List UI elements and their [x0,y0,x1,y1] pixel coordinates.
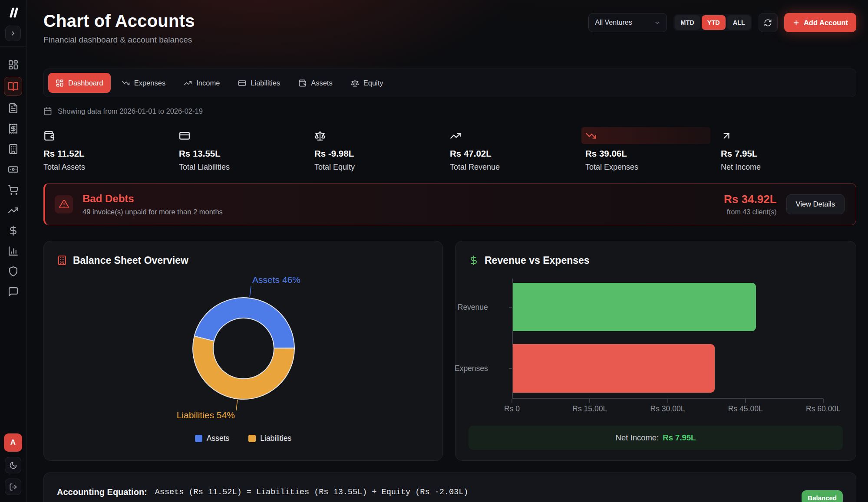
x-tick-mark [512,399,512,403]
refresh-button[interactable] [759,13,778,32]
sidebar-item-payments[interactable] [4,161,22,177]
trending-up-icon [184,79,192,87]
stat-total-expenses: Rs 39.06L Total Expenses [585,128,721,172]
trending-up-icon [450,130,461,141]
dashboard-grid-icon [56,79,64,87]
revenue-expenses-bar-chart: RevenueExpenses Rs 0Rs 15.00LRs 30.00LRs… [469,279,843,416]
trending-down-icon [122,79,130,87]
y-tick-mark [509,307,513,308]
stat-total-revenue: Rs 47.02L Total Revenue [450,128,585,172]
refresh-icon [764,19,772,27]
net-income-value: Rs 7.95L [663,433,696,443]
legend-item-assets[interactable]: Assets [195,434,230,443]
tab-income[interactable]: Income [176,73,227,93]
panel-title: Balance Sheet Overview [73,255,188,266]
sidebar-item-receipts[interactable] [4,120,22,137]
accounting-equation-bar: Accounting Equation: Assets (Rs 11.52L) … [43,472,856,502]
theme-toggle-button[interactable] [5,457,21,473]
stat-value: Rs -9.98L [314,148,450,159]
legend-swatch [195,435,202,442]
period-button-all[interactable]: ALL [727,15,751,30]
venture-filter-select[interactable]: All Ventures [588,13,667,32]
bad-debts-title: Bad Debts [83,193,223,205]
bar-revenue[interactable] [513,283,756,331]
sidebar-nav [4,56,22,300]
stats-row: Rs 11.52L Total Assets Rs 13.55L Total L… [43,128,856,172]
file-text-icon [8,103,19,114]
tab-assets[interactable]: Assets [291,73,340,93]
bad-debts-description: 49 invoice(s) unpaid for more than 2 mon… [83,208,223,216]
charts-row: Balance Sheet Overview Assets 46%Liabili… [43,241,856,461]
stat-label: Total Equity [314,163,450,172]
plus-icon [792,19,800,26]
sidebar: A [0,0,26,502]
sidebar-item-security[interactable] [4,263,22,279]
view-details-button[interactable]: View Details [786,194,845,214]
sidebar-expand-button[interactable] [5,26,21,41]
bad-debts-alert: Bad Debts 49 invoice(s) unpaid for more … [43,183,856,225]
sidebar-item-messages[interactable] [4,283,22,300]
user-avatar[interactable]: A [4,433,22,452]
building-icon [57,255,67,266]
legend-swatch [248,435,256,442]
legend-label: Liabilities [260,434,291,443]
x-tick-label: Rs 45.00L [728,404,763,413]
sidebar-item-purchases[interactable] [4,181,22,198]
sidebar-bottom: A [4,433,22,495]
chevron-down-icon [654,20,660,26]
tab-dashboard[interactable]: Dashboard [48,73,111,93]
stat-label: Net Income [721,163,856,172]
stat-value: Rs 11.52L [43,148,179,159]
sidebar-item-documents[interactable] [4,100,22,116]
trending-down-icon [585,130,597,141]
tab-equity[interactable]: Equity [343,73,391,93]
message-square-icon [8,286,19,297]
sidebar-item-reports[interactable] [4,243,22,259]
donut-slice-label: Assets 46% [252,275,300,285]
stat-label: Total Expenses [585,163,721,172]
wallet-icon [298,79,307,87]
sidebar-item-income[interactable] [4,202,22,218]
receipt-dollar-icon [8,123,19,134]
period-button-mtd[interactable]: MTD [675,15,700,30]
page-subtitle: Financial dashboard & account balances [43,35,195,45]
bad-debts-amount: Rs 34.92L [724,193,776,206]
sidebar-item-ventures[interactable] [4,141,22,157]
x-tick-mark [667,399,668,403]
net-income-label: Net Income: [616,433,659,443]
credit-card-icon [179,130,190,141]
stat-value: Rs 13.55L [179,148,314,159]
bar-expenses[interactable] [513,344,715,393]
trending-up-icon [8,205,19,216]
x-tick-mark [589,399,590,403]
sidebar-item-dashboard[interactable] [4,56,22,73]
period-toggle-group: MTD YTD ALL [673,14,752,31]
sidebar-item-finance[interactable] [4,222,22,239]
sidebar-item-chart-of-accounts[interactable] [4,77,22,96]
legend-item-liabilities[interactable]: Liabilities [248,434,291,443]
main-content: Chart of Accounts Financial dashboard & … [26,0,868,502]
tab-liabilities[interactable]: Liabilities [231,73,287,93]
bad-debts-source: from 43 client(s) [724,208,776,216]
dashboard-grid-icon [8,59,19,70]
shopping-cart-icon [8,184,19,195]
period-button-ytd[interactable]: YTD [702,15,726,30]
building-icon [8,144,19,154]
balanced-badge: Balanced [802,490,843,502]
donut-leader-line [250,286,251,297]
logout-icon [9,483,17,491]
logout-button[interactable] [5,479,21,495]
donut-legend: AssetsLiabilities [57,434,429,443]
balance-sheet-donut-chart: Assets 46%Liabilities 54% [57,276,430,429]
tab-expenses[interactable]: Expenses [114,73,173,93]
add-account-button[interactable]: Add Account [784,13,856,32]
stat-total-equity: Rs -9.98L Total Equity [314,128,450,172]
venture-filter-value: All Ventures [595,19,632,26]
stat-net-income: Rs 7.95L Net Income [721,128,856,172]
balance-sheet-panel: Balance Sheet Overview Assets 46%Liabili… [43,241,443,461]
moon-icon [9,461,17,469]
dollar-sign-icon [469,255,479,266]
stat-label: Total Assets [43,163,179,172]
page-header: Chart of Accounts Financial dashboard & … [43,11,856,45]
stat-value: Rs 7.95L [721,148,856,159]
